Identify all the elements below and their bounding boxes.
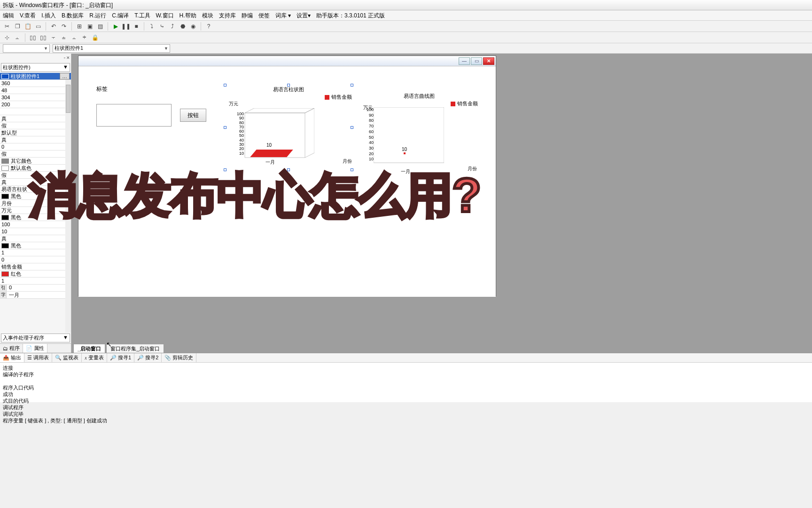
breakpoint-icon[interactable]: ⬣ [179,22,187,31]
align-center-icon[interactable]: ⫨ [60,33,68,42]
button-control[interactable]: 按钮 [180,109,206,122]
property-row[interactable]: 真 [0,136,71,143]
y-ticks: 100908070605040302010 [233,112,244,156]
align-left-icon[interactable]: ▯▯ [29,33,37,42]
object-combo-1[interactable]: ▼ [3,44,50,53]
align-top-icon[interactable]: ⫟ [49,33,58,42]
property-row[interactable]: 0 [0,256,71,263]
component-type-combo[interactable]: 柱状图控件)▼ [1,63,70,72]
property-row[interactable]: 304 [0,94,71,101]
close-button[interactable]: ✕ [483,57,494,65]
property-row[interactable]: 真 [0,235,71,242]
tab-startup-window[interactable]: _启动窗口 [73,344,105,353]
menu-compile[interactable]: C.编译 [112,12,129,19]
undo-icon[interactable]: ↶ [49,22,58,31]
menu-note[interactable]: 便签 [258,12,270,19]
menu-dict[interactable]: 词库 ▾ [275,12,291,19]
property-row[interactable]: 1 [0,249,71,256]
run-icon[interactable]: ▶ [111,22,120,31]
menu-support[interactable]: 支持库 [219,12,236,19]
svg-rect-5 [374,107,444,163]
property-row[interactable]: 1 [0,278,71,285]
chart2-grid [374,107,444,164]
paste-icon[interactable]: 📋 [23,22,32,31]
property-row[interactable]: 引0 [0,285,71,292]
menu-database[interactable]: B.数据库 [62,12,84,19]
property-row[interactable]: 假 [0,122,71,129]
grid-icon[interactable]: ⊞ [75,22,84,31]
tab-search1[interactable]: 🔎搜寻1 [107,353,134,362]
tab-search2[interactable]: 🔎搜寻2 [134,353,162,362]
pin-icon[interactable]: ▫ [64,56,65,60]
object-combo-2[interactable]: 柱状图控件1▼ [53,44,170,53]
property-row[interactable]: 默认型 [0,129,71,136]
menu-help[interactable]: H.帮助 [180,12,196,19]
bar-chart-control[interactable]: 易语言柱状图 销售金额 万元 月份 [225,85,352,170]
form-icon[interactable]: ▤ [96,22,104,31]
label-control[interactable]: 标签 [96,85,108,93]
menu-insert[interactable]: I.插入 [41,12,56,19]
line-chart-control[interactable]: 易语言曲线图 销售金额 万元 月份 100908070605040302010 … [360,92,478,172]
tab-window-assembly[interactable]: 窗口程序集_启动窗口 [106,344,164,353]
tab-properties[interactable]: 📄属性 [23,344,47,353]
watch-icon: 🔍 [55,355,62,361]
tab-program[interactable]: 🗂程序 [0,344,23,353]
tab-vars[interactable]: 𝑥变量表 [82,353,107,362]
property-row[interactable]: 销售金额 [0,263,71,270]
property-row[interactable]: 真 [0,115,71,122]
tab-output[interactable]: 📤输出 [0,353,24,362]
step-out-icon[interactable]: ⤴ [168,22,177,31]
browse-button[interactable]: … [60,73,70,79]
svg-marker-0 [245,108,314,113]
tab-watch[interactable]: 🔍监视表 [52,353,82,362]
step-over-icon[interactable]: ⤵ [148,22,156,31]
tab-cliphistory[interactable]: 📎剪辑历史 [162,353,196,362]
component-name-row[interactable]: 柱状图控件1 … [0,73,71,80]
property-row[interactable]: 10 [0,228,71,235]
menu-run[interactable]: R.运行 [89,12,106,19]
stop-icon[interactable]: ■ [132,22,141,31]
menu-edit[interactable]: 编辑 [3,12,14,19]
property-row[interactable] [0,108,71,115]
sidebar-header: ▫ ✕ [0,54,71,62]
menu-tools[interactable]: T.工具 [134,12,150,19]
property-row[interactable]: 字一月 [0,292,71,299]
redo-icon[interactable]: ↷ [60,22,68,31]
property-row[interactable]: 48 [0,87,71,94]
menu-window[interactable]: W.窗口 [156,12,174,19]
clip-icon: 📎 [164,355,171,361]
menu-settings[interactable]: 设置▾ [297,12,311,19]
maximize-button[interactable]: ▭ [471,57,482,65]
editor-tabs: _启动窗口 窗口程序集_启动窗口 [71,343,165,353]
new-icon[interactable]: ▭ [34,22,42,31]
menu-view[interactable]: V.查看 [20,12,36,19]
cut-icon[interactable]: ✂ [3,22,11,31]
minimize-button[interactable]: — [459,57,470,65]
align-bottom-icon[interactable]: ⫠ [70,33,78,42]
close-panel-icon[interactable]: ✕ [66,56,70,60]
property-row[interactable]: 红色 [0,270,71,278]
property-row[interactable]: 360 [0,80,71,87]
textbox-control[interactable] [96,104,172,127]
property-row[interactable]: 黑色 [0,242,71,249]
lock-icon[interactable]: 🔒 [91,33,99,42]
align-right-icon[interactable]: ▯▯ [39,33,47,42]
distribute-icon[interactable]: ⫩ [80,33,89,42]
property-row[interactable]: 0 [0,143,71,151]
pause-icon[interactable]: ❚❚ [122,22,130,31]
toggle-bp-icon[interactable]: ◉ [189,22,197,31]
copy-icon[interactable]: ❐ [13,22,22,31]
menu-static[interactable]: 静编 [242,12,253,19]
window-titlebar: 拆版 - Windows窗口程序 - [窗口: _启动窗口] [0,0,812,10]
step-into-icon[interactable]: ⤷ [158,22,166,31]
chart2-title: 易语言曲线图 [360,92,478,101]
property-row[interactable]: 假 [0,151,71,158]
align-tool-icon[interactable]: ⊹ [3,33,11,42]
menu-module[interactable]: 模块 [202,12,213,19]
layout-tool-icon[interactable]: ⫠ [13,33,22,42]
window-icon[interactable]: ▣ [86,22,94,31]
property-row[interactable]: 200 [0,101,71,108]
event-combo[interactable]: 入事件处理子程序▼ [1,333,70,342]
tab-calltable[interactable]: ☰调用表 [24,353,52,362]
help-icon[interactable]: ? [204,22,213,31]
